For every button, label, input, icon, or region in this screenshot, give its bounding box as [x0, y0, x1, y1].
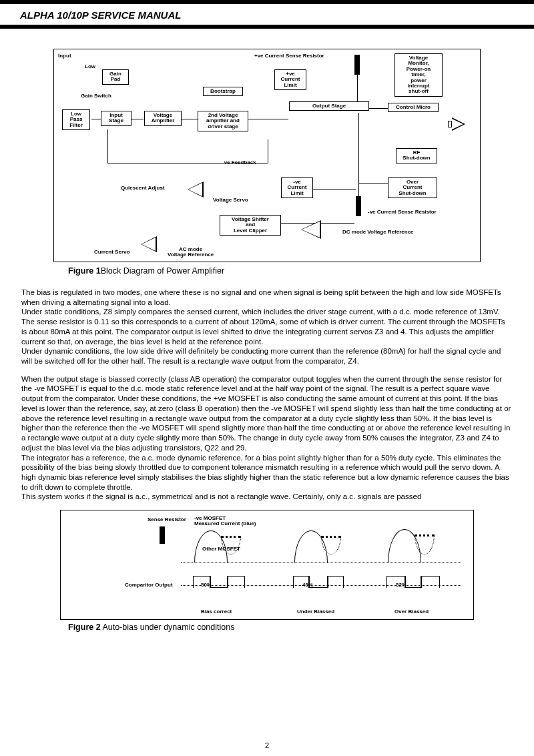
block-output-stage: Output Stage	[289, 101, 369, 111]
square-wave	[228, 576, 245, 588]
figure-1-caption-text: Block Diagram of Power Amplifier	[101, 266, 224, 276]
opamp-icon-fill	[142, 238, 156, 251]
para-text: This system works if the signal is a.c.,…	[21, 492, 421, 500]
wire	[248, 119, 288, 119]
block-gain-pad: GainPad	[102, 69, 129, 85]
para-text: Under dynamic conditions, the low side d…	[21, 347, 501, 365]
label-under-biassed: Under Biassed	[297, 609, 334, 615]
square-wave	[210, 576, 228, 588]
figure-1-caption: Figure 1Block Diagram of Power Amplifier	[68, 266, 513, 276]
label-comparitor: Comparitor Output	[125, 583, 173, 588]
label-bias-correct: Bias correct	[201, 609, 232, 615]
figure-1-caption-bold: Figure 1	[68, 266, 101, 276]
label-quiescent: Quiescent Adjust	[121, 185, 165, 191]
label-52: 52%	[396, 583, 407, 588]
label-gain-switch: Gain Switch	[81, 93, 111, 99]
resistor-icon	[160, 526, 165, 544]
square-wave	[405, 576, 421, 588]
block-neg-cl: -veCurrentLimit	[281, 177, 313, 198]
label-49: 49%	[302, 583, 313, 588]
resistor-pos	[354, 55, 360, 75]
wire	[357, 75, 358, 101]
label-50: 50%	[201, 583, 212, 588]
para-text: The bias is regulated in two modes, one …	[21, 288, 501, 306]
label-pos-csr: +ve Current Sense Resistor	[254, 53, 324, 59]
page-content: Input Low GainPad Gain Switch LowPassFil…	[0, 29, 534, 632]
resistor-neg	[356, 196, 361, 216]
wire	[107, 163, 268, 163]
block-input-stage: InputStage	[101, 111, 131, 126]
label-neg-csr: -ve Current Sense Resistor	[368, 210, 437, 215]
block-rf-sd: RFShut-down	[396, 148, 437, 163]
label-voltage-servo: Voltage Servo	[213, 198, 248, 203]
block-over-current: OverCurrentShut-down	[388, 177, 437, 198]
label-over-biassed: Over Biassed	[394, 609, 429, 615]
block-voltage-shifter: Voltage ShifterandLevel Clipper	[220, 215, 281, 236]
block-lpf: LowPassFilter	[62, 109, 90, 130]
wire	[182, 119, 198, 119]
label-sense-resistor: Sense Resistor	[148, 517, 186, 522]
para-text: When the output stage is biassed correct…	[21, 375, 511, 452]
wire	[358, 113, 359, 196]
figure-1-diagram: Input Low GainPad Gain Switch LowPassFil…	[53, 49, 481, 262]
para-text: The integrator has a reference, the a.c.…	[21, 454, 509, 491]
square-wave	[328, 576, 344, 588]
wire	[268, 139, 268, 163]
figure-2-caption-text: Auto-bias under dynamic conditions	[101, 623, 235, 632]
para-text: Under static conditions, Z8 simply compa…	[21, 308, 505, 345]
wire	[358, 183, 388, 183]
speaker-box	[448, 121, 452, 127]
opamp-icon-fill	[188, 183, 202, 196]
block-bootstrap: Bootstrap	[203, 87, 243, 96]
dotted-line	[181, 562, 461, 563]
wire	[91, 119, 101, 119]
wire	[313, 190, 356, 190]
figure-2-diagram: Sense Resistor -ve MOSFETMeasured Curren…	[60, 510, 474, 620]
label-ac-ref: AC modeVoltage Reference	[168, 247, 214, 258]
label-dc-ref: DC mode Voltage Reference	[342, 230, 414, 235]
block-control-micro: Control Micro	[388, 103, 439, 112]
figure-2-caption-bold: Figure 2	[68, 623, 101, 632]
page-number: 2	[0, 741, 534, 749]
block-pos-cl: +veCurrentLimit	[274, 69, 306, 90]
wire	[369, 108, 388, 109]
paragraph: The bias is regulated in two modes, one …	[21, 288, 513, 366]
speaker-icon-fill	[452, 119, 463, 129]
header-title: ALPHA 10/10P SERVICE MANUAL	[0, 4, 534, 25]
figure-2-caption: Figure 2 Auto-bias under dynamic conditi…	[68, 623, 513, 632]
label-neg-mosfet: -ve MOSFETMeasured Current (blue)	[194, 516, 256, 527]
label-low: Low	[85, 64, 95, 69]
square-wave	[421, 576, 440, 588]
block-second-va: 2nd Voltageamplifier anddriver stage	[198, 111, 248, 131]
label-input: Input	[58, 53, 71, 59]
block-vmon: VoltageMonitor,Power-ontimer,powerinterr…	[394, 53, 443, 97]
block-voltage-amp: VoltageAmplifier	[144, 111, 182, 126]
opamp-icon-fill	[302, 222, 320, 238]
label-current-servo: Current Servo	[94, 250, 129, 255]
wire	[131, 119, 144, 119]
wire	[107, 129, 108, 163]
paragraph: When the output stage is biassed correct…	[21, 374, 513, 502]
